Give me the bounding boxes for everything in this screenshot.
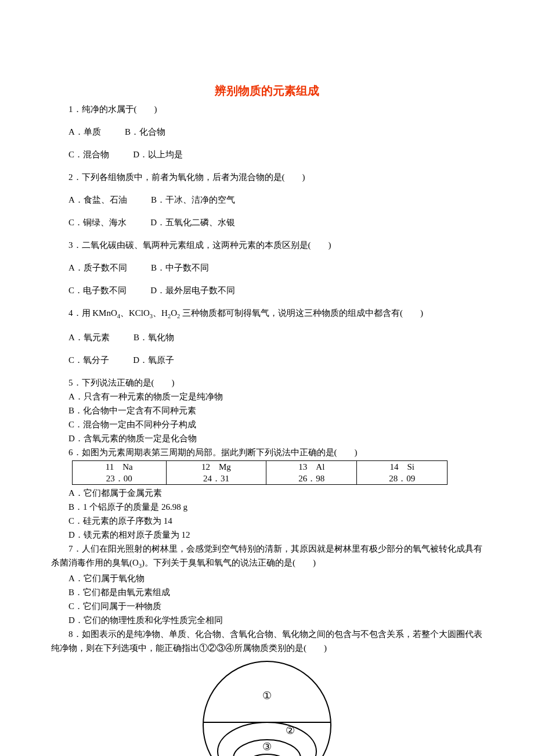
q4-b: B．氧化物 <box>134 333 174 342</box>
cell-top: 13 Al <box>269 461 354 473</box>
q1-opts-row1: A．单质 B．化合物 <box>51 125 483 139</box>
q7-stem: 7．人们在阳光照射的树林里，会感觉到空气特别的清新，其原因就是树林里有极少部分的… <box>51 542 483 571</box>
cell-bot: 28．09 <box>359 473 445 484</box>
q7-b: B．它们都是由氧元素组成 <box>51 585 483 599</box>
q4-t5: 三种物质都可制得氧气，说明这三种物质的组成中都含有( ) <box>180 308 423 318</box>
q4-a: A．氧元素 <box>68 333 110 342</box>
q2-stem: 2．下列各组物质中，前者为氧化物，后者为混合物的是( ) <box>51 170 483 184</box>
venn-label-2: ② <box>286 725 295 736</box>
q6-stem: 6．如图为元素周期表第三周期的局部。据此判断下列说法中正确的是( ) <box>51 445 483 459</box>
periodic-table-snippet: 11 Na 23．00 12 Mg 24．31 13 Al 26．98 14 S… <box>72 460 448 485</box>
q5-b: B．化合物中一定含有不同种元素 <box>51 404 483 417</box>
q3-b: B．中子数不同 <box>151 263 209 272</box>
q1-b: B．化合物 <box>125 127 165 136</box>
q2-a: A．食盐、石油 <box>68 195 127 204</box>
page-title: 辨别物质的元素组成 <box>51 81 483 100</box>
q8-stem: 8．如图表示的是纯净物、单质、化合物、含氧化合物、氧化物之间的包含与不包含关系，… <box>51 627 483 655</box>
q4-t2: 、KClO <box>120 308 150 318</box>
cell-al: 13 Al 26．98 <box>266 460 357 485</box>
cell-si: 14 Si 28．09 <box>357 460 448 485</box>
q4-opts-row1: A．氧元素 B．氧化物 <box>51 330 483 344</box>
q5-d: D．含氧元素的物质一定是化合物 <box>51 431 483 445</box>
q4-c: C．氧分子 <box>68 355 109 365</box>
q3-a: A．质子数不同 <box>68 263 127 272</box>
q6-d: D．镁元素的相对原子质量为 12 <box>51 528 483 542</box>
q4-stem: 4．用 KMnO4、KClO3、H2O2 三种物质都可制得氧气，说明这三种物质的… <box>51 306 483 322</box>
q6-a: A．它们都属于金属元素 <box>51 486 483 500</box>
venn-label-3: ③ <box>262 741 272 753</box>
cell-top: 14 Si <box>359 461 445 473</box>
q5-a: A．只含有一种元素的物质一定是纯净物 <box>51 390 483 404</box>
q2-opts-row2: C．铜绿、海水 D．五氧化二磷、水银 <box>51 215 483 229</box>
q1-d: D．以上均是 <box>133 150 183 159</box>
q3-opts-row2: C．电子数不同 D．最外层电子数不同 <box>51 283 483 297</box>
q2-c: C．铜绿、海水 <box>68 218 127 227</box>
q4-t4: O <box>171 308 177 318</box>
q4-t1: 4．用 KMnO <box>68 308 117 318</box>
cell-top: 11 Na <box>75 461 164 473</box>
q2-d: D．五氧化二磷、水银 <box>150 218 235 227</box>
q3-d: D．最外层电子数不同 <box>150 286 235 295</box>
q7-a: A．它们属于氧化物 <box>51 571 483 585</box>
q3-c: C．电子数不同 <box>68 286 127 295</box>
q6-b: B．1 个铝原子的质量是 26.98 g <box>51 500 483 514</box>
q2-b: B．干冰、洁净的空气 <box>151 195 235 204</box>
venn-diagram: ① ② ③ ④ <box>186 658 348 756</box>
cell-top: 12 Mg <box>169 461 264 473</box>
q5-stem: 5．下列说法正确的是( ) <box>51 376 483 390</box>
q7-t2: )。下列关于臭氧和氧气的说法正确的是( ) <box>142 558 316 567</box>
q4-opts-row2: C．氧分子 D．氧原子 <box>51 353 483 367</box>
cell-na: 11 Na 23．00 <box>73 460 167 485</box>
q1-opts-row2: C．混合物 D．以上均是 <box>51 147 483 161</box>
q1-a: A．单质 <box>68 127 101 136</box>
cell-bot: 24．31 <box>169 473 264 484</box>
cell-bot: 23．00 <box>75 473 164 484</box>
venn-label-1: ① <box>262 690 272 701</box>
q5-c: C．混合物一定由不同种分子构成 <box>51 417 483 431</box>
q7-d: D．它们的物理性质和化学性质完全相同 <box>51 613 483 627</box>
q4-t3: 、H <box>153 308 168 318</box>
table-row: 11 Na 23．00 12 Mg 24．31 13 Al 26．98 14 S… <box>73 460 448 485</box>
cell-bot: 26．98 <box>269 473 354 484</box>
q4-d: D．氧原子 <box>133 355 174 365</box>
q3-opts-row1: A．质子数不同 B．中子数不同 <box>51 261 483 275</box>
q2-opts-row1: A．食盐、石油 B．干冰、洁净的空气 <box>51 193 483 207</box>
q6-c: C．硅元素的原子序数为 14 <box>51 514 483 528</box>
q7-c: C．它们同属于一种物质 <box>51 599 483 613</box>
q1-c: C．混合物 <box>68 150 109 159</box>
cell-mg: 12 Mg 24．31 <box>166 460 266 485</box>
q3-stem: 3．二氧化碳由碳、氧两种元素组成，这两种元素的本质区别是( ) <box>51 238 483 252</box>
q1-stem: 1．纯净的水属于( ) <box>51 102 483 116</box>
